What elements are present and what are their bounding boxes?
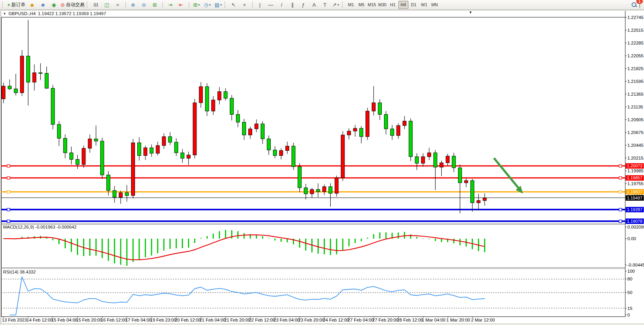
timeframe-m15-button[interactable]: M15 [367, 1, 377, 9]
macd-histogram-bar [385, 232, 386, 239]
line-chart-button[interactable]: ≈ [113, 0, 123, 9]
channel-tool-button[interactable]: ∥ [287, 0, 298, 9]
macd-label: MACD(12,26,9) -0.001963 -0.000642 [3, 225, 77, 229]
hline-handle[interactable] [7, 208, 10, 211]
cursor-tool-button[interactable]: ↖ [229, 0, 239, 9]
candle [57, 124, 61, 138]
fibonacci-tool-button[interactable]: ƒ [298, 0, 309, 9]
rsi-tick-label: 15 [627, 306, 632, 311]
macd-histogram-bar [194, 239, 195, 243]
hline-handle[interactable] [7, 165, 10, 167]
candle [8, 86, 11, 89]
horizontal-line-tool-button[interactable]: — [266, 0, 276, 9]
hline-handle[interactable] [619, 165, 622, 167]
price-tick-label: 1.20215 [627, 156, 644, 160]
candle [20, 56, 24, 93]
hline-handle[interactable] [7, 177, 10, 179]
macd-histogram-bar [262, 236, 263, 239]
hline-handle[interactable] [619, 191, 622, 193]
one-click-trading-toggle[interactable]: ▼ [3, 12, 6, 15]
new-order-button[interactable]: + 新订单 [6, 1, 27, 9]
macd-tick-label: 0.00 [627, 236, 636, 241]
macd-histogram-bar [274, 239, 275, 241]
candle [32, 73, 36, 82]
date-label: 14 Feb 12:00 [27, 318, 53, 322]
timeframe-d1-button[interactable]: D1 [409, 1, 419, 9]
macd-histogram-bar [71, 239, 72, 252]
candle [279, 151, 283, 156]
date-label: 1 Mar 20:00 [446, 318, 470, 322]
crosshair-tool-button[interactable]: + [239, 0, 250, 9]
macd-histogram-bar [77, 239, 78, 255]
vertical-line-tool-button[interactable]: | [255, 0, 265, 9]
hline-handle[interactable] [619, 220, 622, 223]
date-label: 27 Feb 04:00 [348, 318, 374, 322]
candle [143, 148, 147, 155]
notifications-button[interactable]: 1 [639, 1, 640, 8]
hline-handle[interactable] [619, 208, 622, 211]
hline-handle[interactable] [7, 191, 10, 193]
trendline-tool-button[interactable]: / [277, 0, 287, 9]
macd-histogram-bar [361, 239, 362, 241]
timeframe-m1-button[interactable]: M1 [346, 1, 356, 9]
tile-windows-button[interactable]: ⊞ [150, 0, 160, 9]
macd-histogram-bar [305, 239, 306, 251]
chart-title: ▼ GBPUSD-,H4 1.19422 1.19572 1.19359 1.1… [3, 11, 106, 16]
template-button[interactable]: ▨▾ [213, 0, 224, 9]
macd-histogram-bar [200, 238, 202, 239]
candle [88, 139, 92, 148]
hline-handle[interactable] [619, 177, 622, 179]
candle [316, 189, 320, 192]
auto-scroll-button[interactable]: ⇥ [165, 0, 176, 9]
macd-histogram-bar [237, 231, 239, 239]
search-icon[interactable] [632, 2, 636, 7]
chart-shift-button[interactable]: ⇤ [176, 0, 186, 9]
trend-arrow[interactable] [494, 158, 519, 188]
macd-histogram-bar [484, 239, 485, 252]
candle [14, 89, 17, 93]
rsi-tick-label: 0 [627, 313, 630, 317]
periods-button[interactable]: ◷▾ [202, 0, 213, 9]
market-watch-icon[interactable]: ◆ [27, 0, 38, 9]
candle [2, 86, 5, 99]
date-label: 23 Feb 04:00 [273, 318, 300, 322]
timeframe-w1-button[interactable]: W1 [419, 1, 429, 9]
timeframe-h4-button[interactable]: H4 [398, 1, 408, 9]
candle [224, 92, 227, 98]
macd-histogram-bar [355, 239, 356, 243]
timeframe-m5-button[interactable]: M5 [357, 1, 367, 9]
signals-icon[interactable]: ◉ [49, 0, 59, 9]
macd-histogram-bar [379, 232, 380, 239]
arrows-tool-button[interactable]: ↗▾ [331, 0, 341, 9]
zoom-out-button[interactable]: ⊖ [139, 0, 149, 9]
timeframe-h1-button[interactable]: H1 [388, 1, 398, 9]
candle [261, 124, 264, 139]
price-tick-label: 1.20905 [627, 117, 644, 122]
auto-trading-button[interactable]: ⊘ 自动交易 [60, 1, 86, 9]
bar-chart-button[interactable]: ☰ [91, 0, 101, 9]
candle [243, 122, 246, 135]
macd-histogram-bar [404, 232, 405, 239]
text-tool-button[interactable]: A [309, 0, 319, 9]
macd-histogram-bar [169, 239, 171, 249]
price-tick-label: 1.20675 [627, 130, 644, 135]
macd-histogram-bar [367, 237, 368, 239]
candle [107, 175, 110, 191]
candlestick-chart-button[interactable]: ◫ [102, 0, 112, 9]
macd-histogram-bar [163, 239, 164, 251]
timeframe-m30-button[interactable]: M30 [378, 1, 388, 9]
hline-handle[interactable] [7, 220, 10, 223]
candle [434, 153, 437, 167]
zoom-in-button[interactable]: ⊕ [128, 0, 138, 9]
macd-histogram-bar [280, 239, 282, 242]
candle [137, 143, 141, 156]
candle [335, 178, 338, 193]
label-tool-button[interactable]: T [320, 0, 330, 9]
candle [360, 128, 363, 137]
profile-icon[interactable]: ☻ [38, 0, 48, 9]
candle [255, 124, 258, 129]
timeframe-mn-button[interactable]: MN [430, 1, 440, 9]
rsi-tick-label: 80 [627, 277, 632, 281]
candle [329, 187, 332, 193]
add-indicator-button[interactable]: ⊞▾ [191, 0, 202, 9]
